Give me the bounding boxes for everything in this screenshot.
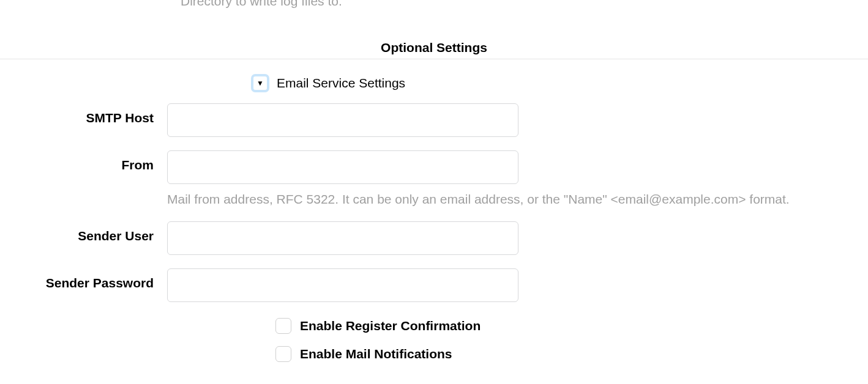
previous-field-help-text: Directory to write log files to. bbox=[0, 0, 868, 9]
from-input[interactable] bbox=[167, 150, 518, 184]
from-label: From bbox=[0, 150, 167, 172]
sender-user-row: Sender User bbox=[0, 221, 868, 255]
details-title: Email Service Settings bbox=[277, 76, 405, 90]
sender-user-input[interactable] bbox=[167, 221, 518, 255]
enable-mail-notifications-checkbox[interactable] bbox=[275, 346, 291, 362]
smtp-host-input[interactable] bbox=[167, 103, 518, 137]
enable-mail-notifications-row: Enable Mail Notifications bbox=[0, 346, 868, 362]
details-toggle-row: ▼ Email Service Settings bbox=[0, 74, 868, 92]
sender-user-label: Sender User bbox=[0, 221, 167, 243]
sender-password-row: Sender Password bbox=[0, 268, 868, 302]
enable-register-confirmation-row: Enable Register Confirmation bbox=[0, 318, 868, 334]
from-help-text: Mail from address, RFC 5322. It can be o… bbox=[167, 190, 868, 208]
sender-password-label: Sender Password bbox=[0, 268, 167, 290]
enable-mail-notifications-label[interactable]: Enable Mail Notifications bbox=[300, 347, 452, 361]
sender-password-input[interactable] bbox=[167, 268, 518, 302]
expand-collapse-button[interactable]: ▼ bbox=[251, 74, 269, 92]
smtp-host-label: SMTP Host bbox=[0, 103, 167, 125]
enable-register-confirmation-checkbox[interactable] bbox=[275, 318, 291, 334]
section-title: Optional Settings bbox=[0, 40, 868, 55]
section-divider: Optional Settings bbox=[0, 40, 868, 59]
smtp-host-row: SMTP Host bbox=[0, 103, 868, 137]
enable-register-confirmation-label[interactable]: Enable Register Confirmation bbox=[300, 319, 481, 333]
from-row: From Mail from address, RFC 5322. It can… bbox=[0, 150, 868, 208]
caret-down-icon: ▼ bbox=[256, 79, 264, 87]
